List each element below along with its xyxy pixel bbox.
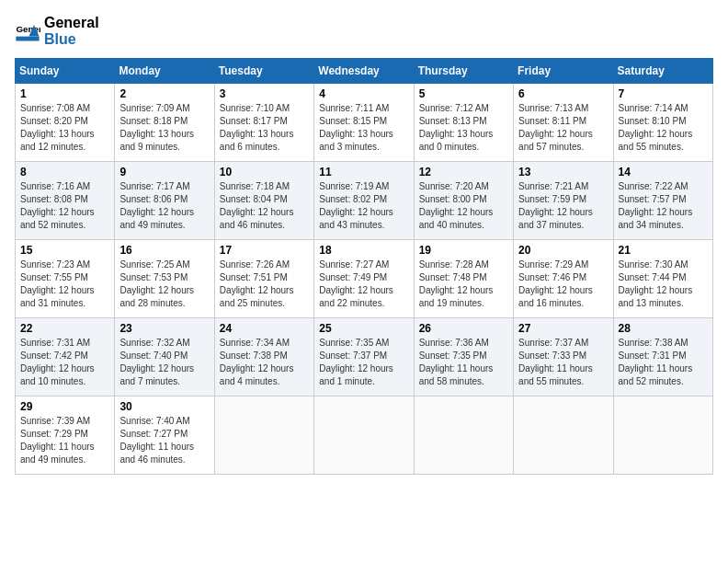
day-number: 7 bbox=[619, 87, 708, 100]
logo: General General Blue bbox=[15, 15, 99, 47]
calendar-table: SundayMondayTuesdayWednesdayThursdayFrid… bbox=[15, 58, 713, 475]
svg-marker-1 bbox=[16, 36, 39, 40]
calendar-week-row: 22Sunrise: 7:31 AMSunset: 7:42 PMDayligh… bbox=[16, 318, 713, 396]
day-info: Sunrise: 7:17 AMSunset: 8:06 PMDaylight:… bbox=[119, 180, 209, 232]
day-info: Sunrise: 7:34 AMSunset: 7:38 PMDaylight:… bbox=[220, 337, 309, 388]
calendar-week-row: 15Sunrise: 7:23 AMSunset: 7:55 PMDayligh… bbox=[16, 240, 713, 318]
day-number: 15 bbox=[20, 244, 109, 257]
day-number: 25 bbox=[319, 322, 408, 335]
day-number: 24 bbox=[220, 322, 309, 335]
calendar-cell: 6Sunrise: 7:13 AMSunset: 8:11 PMDaylight… bbox=[514, 84, 613, 162]
calendar-cell: 5Sunrise: 7:12 AMSunset: 8:13 PMDaylight… bbox=[414, 84, 513, 162]
day-number: 21 bbox=[619, 244, 708, 257]
day-info: Sunrise: 7:10 AMSunset: 8:17 PMDaylight:… bbox=[220, 102, 309, 154]
calendar-week-row: 29Sunrise: 7:39 AMSunset: 7:29 PMDayligh… bbox=[16, 396, 713, 475]
weekday-header-thursday: Thursday bbox=[414, 59, 513, 84]
day-number: 4 bbox=[319, 87, 408, 100]
day-info: Sunrise: 7:20 AMSunset: 8:00 PMDaylight:… bbox=[419, 180, 508, 232]
calendar-cell: 21Sunrise: 7:30 AMSunset: 7:44 PMDayligh… bbox=[613, 240, 712, 318]
calendar-cell: 22Sunrise: 7:31 AMSunset: 7:42 PMDayligh… bbox=[16, 318, 115, 396]
calendar-week-row: 8Sunrise: 7:16 AMSunset: 8:08 PMDaylight… bbox=[16, 162, 713, 240]
day-number: 30 bbox=[119, 400, 209, 413]
weekday-header-saturday: Saturday bbox=[613, 59, 712, 84]
day-info: Sunrise: 7:30 AMSunset: 7:44 PMDaylight:… bbox=[619, 259, 708, 310]
calendar-cell: 9Sunrise: 7:17 AMSunset: 8:06 PMDaylight… bbox=[115, 162, 214, 240]
calendar-cell: 4Sunrise: 7:11 AMSunset: 8:15 PMDaylight… bbox=[314, 84, 414, 162]
day-info: Sunrise: 7:14 AMSunset: 8:10 PMDaylight:… bbox=[619, 102, 708, 154]
day-info: Sunrise: 7:21 AMSunset: 7:59 PMDaylight:… bbox=[518, 180, 608, 232]
day-number: 8 bbox=[20, 166, 109, 178]
day-info: Sunrise: 7:18 AMSunset: 8:04 PMDaylight:… bbox=[220, 180, 309, 232]
calendar-header-row: SundayMondayTuesdayWednesdayThursdayFrid… bbox=[16, 59, 713, 84]
day-info: Sunrise: 7:36 AMSunset: 7:35 PMDaylight:… bbox=[419, 337, 508, 388]
calendar-cell: 1Sunrise: 7:08 AMSunset: 8:20 PMDaylight… bbox=[16, 84, 115, 162]
calendar-cell: 19Sunrise: 7:28 AMSunset: 7:48 PMDayligh… bbox=[414, 240, 513, 318]
logo-general: General bbox=[44, 15, 99, 30]
calendar-cell: 17Sunrise: 7:26 AMSunset: 7:51 PMDayligh… bbox=[214, 240, 313, 318]
calendar-cell: 30Sunrise: 7:40 AMSunset: 7:27 PMDayligh… bbox=[115, 396, 214, 475]
calendar-cell: 28Sunrise: 7:38 AMSunset: 7:31 PMDayligh… bbox=[613, 318, 712, 396]
calendar-cell: 8Sunrise: 7:16 AMSunset: 8:08 PMDaylight… bbox=[16, 162, 115, 240]
calendar-cell: 16Sunrise: 7:25 AMSunset: 7:53 PMDayligh… bbox=[115, 240, 214, 318]
day-number: 22 bbox=[20, 322, 109, 335]
day-info: Sunrise: 7:29 AMSunset: 7:46 PMDaylight:… bbox=[518, 259, 608, 310]
weekday-header-friday: Friday bbox=[514, 59, 613, 84]
calendar-cell: 23Sunrise: 7:32 AMSunset: 7:40 PMDayligh… bbox=[115, 318, 214, 396]
calendar-cell: 7Sunrise: 7:14 AMSunset: 8:10 PMDaylight… bbox=[613, 84, 712, 162]
day-info: Sunrise: 7:31 AMSunset: 7:42 PMDaylight:… bbox=[20, 337, 109, 388]
day-info: Sunrise: 7:08 AMSunset: 8:20 PMDaylight:… bbox=[20, 102, 109, 154]
day-number: 20 bbox=[518, 244, 608, 257]
logo-blue: Blue bbox=[44, 31, 76, 47]
calendar-cell: 29Sunrise: 7:39 AMSunset: 7:29 PMDayligh… bbox=[16, 396, 115, 475]
day-number: 26 bbox=[419, 322, 508, 335]
day-number: 10 bbox=[220, 166, 309, 178]
day-info: Sunrise: 7:27 AMSunset: 7:49 PMDaylight:… bbox=[319, 259, 408, 310]
day-number: 9 bbox=[119, 166, 209, 178]
calendar-cell: 24Sunrise: 7:34 AMSunset: 7:38 PMDayligh… bbox=[214, 318, 313, 396]
calendar-cell: 13Sunrise: 7:21 AMSunset: 7:59 PMDayligh… bbox=[514, 162, 613, 240]
day-info: Sunrise: 7:19 AMSunset: 8:02 PMDaylight:… bbox=[319, 180, 408, 232]
calendar-cell: 20Sunrise: 7:29 AMSunset: 7:46 PMDayligh… bbox=[514, 240, 613, 318]
day-info: Sunrise: 7:22 AMSunset: 7:57 PMDaylight:… bbox=[619, 180, 708, 232]
calendar-cell: 12Sunrise: 7:20 AMSunset: 8:00 PMDayligh… bbox=[414, 162, 513, 240]
calendar-cell: 11Sunrise: 7:19 AMSunset: 8:02 PMDayligh… bbox=[314, 162, 414, 240]
calendar-cell: 2Sunrise: 7:09 AMSunset: 8:18 PMDaylight… bbox=[115, 84, 214, 162]
calendar-cell: 3Sunrise: 7:10 AMSunset: 8:17 PMDaylight… bbox=[214, 84, 313, 162]
day-number: 5 bbox=[419, 87, 508, 100]
weekday-header-monday: Monday bbox=[115, 59, 214, 84]
day-number: 23 bbox=[119, 322, 209, 335]
day-info: Sunrise: 7:11 AMSunset: 8:15 PMDaylight:… bbox=[319, 102, 408, 154]
day-info: Sunrise: 7:16 AMSunset: 8:08 PMDaylight:… bbox=[20, 180, 109, 232]
calendar-cell bbox=[314, 396, 414, 475]
day-number: 17 bbox=[220, 244, 309, 257]
calendar-cell bbox=[414, 396, 513, 475]
day-number: 12 bbox=[419, 166, 508, 178]
day-info: Sunrise: 7:39 AMSunset: 7:29 PMDaylight:… bbox=[20, 415, 109, 466]
day-number: 16 bbox=[119, 244, 209, 257]
day-number: 3 bbox=[220, 87, 309, 100]
day-number: 11 bbox=[319, 166, 408, 178]
calendar-cell bbox=[613, 396, 712, 475]
day-number: 18 bbox=[319, 244, 408, 257]
day-number: 29 bbox=[20, 400, 109, 413]
calendar-cell bbox=[214, 396, 313, 475]
weekday-header-wednesday: Wednesday bbox=[314, 59, 414, 84]
day-info: Sunrise: 7:28 AMSunset: 7:48 PMDaylight:… bbox=[419, 259, 508, 310]
day-info: Sunrise: 7:35 AMSunset: 7:37 PMDaylight:… bbox=[319, 337, 408, 388]
weekday-header-tuesday: Tuesday bbox=[214, 59, 313, 84]
day-number: 6 bbox=[518, 87, 608, 100]
calendar-cell: 10Sunrise: 7:18 AMSunset: 8:04 PMDayligh… bbox=[214, 162, 313, 240]
logo-icon: General bbox=[15, 18, 40, 44]
day-info: Sunrise: 7:37 AMSunset: 7:33 PMDaylight:… bbox=[518, 337, 608, 388]
day-info: Sunrise: 7:32 AMSunset: 7:40 PMDaylight:… bbox=[119, 337, 209, 388]
day-number: 13 bbox=[518, 166, 608, 178]
day-info: Sunrise: 7:12 AMSunset: 8:13 PMDaylight:… bbox=[419, 102, 508, 154]
page-header: General General Blue bbox=[15, 15, 713, 47]
day-number: 1 bbox=[20, 87, 109, 100]
day-info: Sunrise: 7:26 AMSunset: 7:51 PMDaylight:… bbox=[220, 259, 309, 310]
calendar-cell: 26Sunrise: 7:36 AMSunset: 7:35 PMDayligh… bbox=[414, 318, 513, 396]
day-info: Sunrise: 7:23 AMSunset: 7:55 PMDaylight:… bbox=[20, 259, 109, 310]
calendar-cell bbox=[514, 396, 613, 475]
calendar-cell: 25Sunrise: 7:35 AMSunset: 7:37 PMDayligh… bbox=[314, 318, 414, 396]
day-info: Sunrise: 7:40 AMSunset: 7:27 PMDaylight:… bbox=[119, 415, 209, 466]
